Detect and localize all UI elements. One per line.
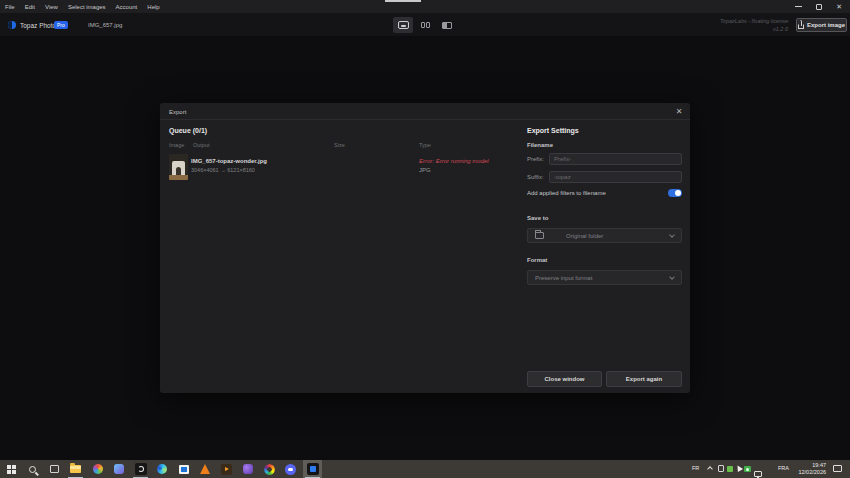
microsoft-store-button[interactable]: [174, 460, 193, 478]
tray-shield-icon[interactable]: [744, 466, 751, 472]
dark-refresh-app-button[interactable]: [131, 460, 150, 478]
menu-view[interactable]: View: [45, 4, 58, 10]
export-image-button[interactable]: Export image: [796, 18, 847, 32]
format-label: Format: [527, 257, 547, 263]
export-dialog: Export ✕ Queue (0/1) Image Output Size T…: [160, 103, 690, 393]
side-by-side-view-button[interactable]: [415, 17, 435, 33]
language-indicator[interactable]: FR: [692, 465, 699, 471]
close-window-button[interactable]: Close window: [527, 371, 602, 387]
save-to-value: Original folder: [566, 233, 603, 239]
windows-taskbar: FR FRA 19:47 12/02/2026: [0, 460, 850, 478]
queue-row-filetype: JPG: [419, 167, 431, 173]
start-icon: [7, 465, 16, 474]
topaz-photo-icon: [307, 463, 319, 475]
export-again-button[interactable]: Export again: [606, 371, 682, 387]
tray-document-icon[interactable]: [718, 465, 724, 472]
menu-bar: File Edit View Select images Account Hel…: [0, 0, 850, 13]
hidden-icons-chevron-icon[interactable]: [707, 466, 713, 472]
menu-edit[interactable]: Edit: [25, 4, 35, 10]
image-tab[interactable]: IMG_657.jpg: [88, 22, 122, 28]
prefix-label: Prefix:: [527, 156, 544, 162]
column-header-size: Size: [334, 142, 345, 148]
topaz-logo-icon: [8, 21, 16, 29]
queue-row-error-status: Error: Error running model: [419, 158, 489, 164]
minimize-icon[interactable]: [795, 6, 802, 7]
thumbnail-arch-opening: [176, 167, 181, 175]
dark-refresh-app-icon: [135, 463, 147, 475]
column-header-type: Type: [419, 142, 431, 148]
chevron-down-icon: [669, 232, 675, 238]
license-text: TopazLabs - floating license: [720, 17, 788, 25]
store-icon: [179, 465, 189, 474]
dialog-close-icon[interactable]: ✕: [673, 106, 685, 118]
save-to-label: Save to: [527, 215, 548, 221]
notification-center-icon[interactable]: [833, 465, 842, 472]
maximize-icon[interactable]: [816, 4, 822, 10]
menu-file[interactable]: File: [5, 4, 15, 10]
window-controls: ✕: [795, 0, 846, 13]
chevron-down-icon: [669, 274, 675, 280]
filters-toggle[interactable]: [668, 189, 682, 197]
column-header-image: Image: [169, 142, 184, 148]
pro-badge: Pro: [54, 21, 68, 29]
taskbar-clock[interactable]: 19:47 12/02/2026: [792, 462, 826, 476]
topaz-photo-app-window: File Edit View Select images Account Hel…: [0, 0, 850, 478]
view-mode-toggles: [393, 17, 457, 33]
version-text: v1.2.0: [720, 25, 788, 33]
clock-time: 19:47: [792, 462, 826, 469]
taskbar-search[interactable]: [23, 460, 42, 478]
file-explorer-button[interactable]: [66, 460, 85, 478]
column-header-output: Output: [193, 142, 210, 148]
close-icon[interactable]: ✕: [836, 3, 842, 10]
suffix-label: Suffix:: [527, 174, 544, 180]
export-dialog-header: [160, 103, 690, 120]
queue-heading: Queue (0/1): [169, 127, 207, 134]
filters-toggle-label: Add applied filters to filename: [527, 190, 606, 196]
single-view-button[interactable]: [393, 17, 413, 33]
queue-row-thumbnail: [169, 154, 188, 180]
copilot-app-button[interactable]: [109, 460, 128, 478]
queue-row-dimensions: 3046×4061 → 6121×8160: [191, 167, 255, 173]
split-view-button[interactable]: [437, 17, 457, 33]
color-wheel-app-icon: [264, 464, 275, 475]
color-wheel-app-button[interactable]: [260, 460, 279, 478]
video-app-button[interactable]: [217, 460, 236, 478]
discord-button[interactable]: [281, 460, 300, 478]
start-button[interactable]: [2, 460, 21, 478]
save-to-dropdown[interactable]: Original folder: [527, 228, 682, 243]
format-value: Preserve input format: [535, 275, 592, 281]
menu-account[interactable]: Account: [116, 4, 138, 10]
top-edge-artifact: [385, 0, 421, 2]
format-dropdown[interactable]: Preserve input format: [527, 270, 682, 285]
tray-green-app-icon[interactable]: [727, 466, 733, 472]
purple-app-button[interactable]: [238, 460, 257, 478]
video-app-icon: [221, 464, 232, 475]
thumbnail-ground: [169, 175, 188, 180]
edge-icon: [157, 464, 167, 474]
export-share-icon: [798, 24, 804, 29]
edge-browser-button[interactable]: [152, 460, 171, 478]
menu-select-images[interactable]: Select images: [68, 4, 106, 10]
app-title: Topaz Photo: [20, 22, 56, 29]
photos-icon: [93, 464, 103, 474]
vlc-icon: [200, 464, 210, 474]
task-view-button[interactable]: [45, 460, 64, 478]
export-settings-heading: Export Settings: [527, 127, 579, 134]
task-view-icon: [50, 465, 59, 473]
license-info: TopazLabs - floating license v1.2.0: [720, 17, 788, 33]
tray-cursor-icon[interactable]: [735, 464, 743, 472]
discord-icon: [285, 464, 296, 475]
tray-display-icon[interactable]: [754, 471, 762, 477]
prefix-input[interactable]: [549, 153, 682, 165]
vlc-button[interactable]: [195, 460, 214, 478]
suffix-input[interactable]: [549, 171, 682, 183]
topaz-photo-taskbar-button[interactable]: [303, 460, 322, 478]
queue-row-filename: IMG_657-topaz-wonder.jpg: [191, 158, 267, 164]
menu-help[interactable]: Help: [147, 4, 159, 10]
split-view-icon: [442, 22, 452, 29]
keyboard-layout-indicator[interactable]: FRA: [778, 465, 789, 471]
purple-app-icon: [243, 464, 253, 474]
side-by-side-view-icon: [421, 22, 430, 28]
photos-app-button[interactable]: [88, 460, 107, 478]
folder-icon: [535, 232, 544, 239]
